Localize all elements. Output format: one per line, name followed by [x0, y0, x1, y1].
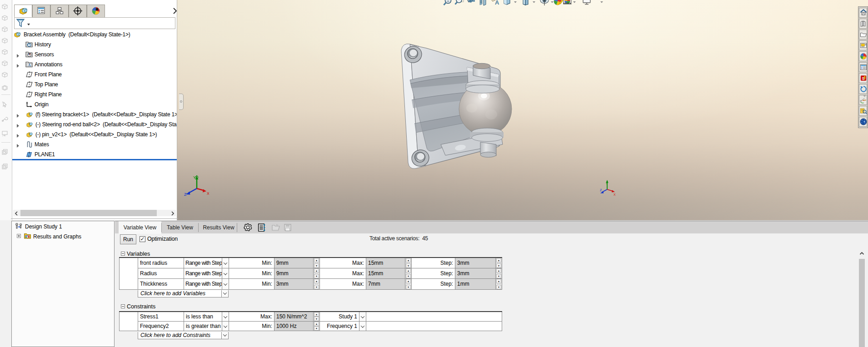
svg-text:X: X	[207, 191, 209, 196]
svg-text:Z: Z	[184, 192, 187, 197]
svg-text:Y: Y	[193, 175, 196, 180]
svg-text:Y: Y	[606, 182, 608, 185]
svg-text:X: X	[614, 193, 616, 196]
svg-text:A: A	[28, 63, 30, 67]
svg-text:Z: Z	[600, 188, 602, 192]
svg-text:A: A	[495, 0, 499, 6]
